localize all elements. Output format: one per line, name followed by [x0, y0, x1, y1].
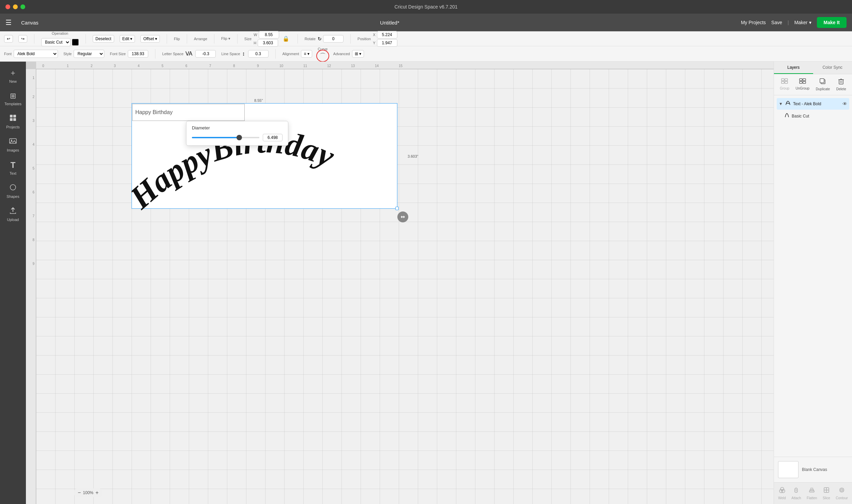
y-input[interactable]	[377, 39, 397, 47]
alignment-label: Alignment	[283, 52, 299, 56]
svg-rect-11	[785, 81, 788, 83]
my-projects-button[interactable]: My Projects	[741, 20, 766, 25]
attach-button[interactable]: Attach	[789, 485, 803, 501]
svg-rect-15	[803, 81, 806, 83]
svg-point-24	[781, 489, 785, 493]
sidebar-item-new[interactable]: ＋ New	[1, 64, 25, 87]
sidebar-item-templates[interactable]: ⊞ Templates	[1, 88, 25, 109]
separator8	[350, 34, 351, 44]
undo-button[interactable]: ↩	[4, 35, 13, 43]
sidebar-item-shapes[interactable]: Shapes	[1, 180, 25, 202]
x-input[interactable]	[377, 31, 397, 38]
ungroup-icon	[799, 78, 806, 85]
ungroup-button[interactable]: UnGroup	[793, 77, 812, 92]
font-size-input[interactable]	[128, 50, 148, 58]
curve-group: Curve ⌒	[318, 47, 328, 61]
visibility-icon[interactable]: 👁	[842, 101, 847, 107]
alignment-button[interactable]: ≡ ▾	[301, 50, 312, 58]
ruler-num-7: 7	[209, 64, 211, 68]
ruler-vertical: 1 2 3 4 5 6 7 8 9	[26, 69, 36, 504]
svg-rect-28	[810, 489, 813, 491]
duplicate-label: Duplicate	[816, 87, 830, 91]
line-space-input[interactable]	[248, 50, 269, 58]
contour-button[interactable]: Contour	[834, 485, 850, 501]
letter-space-input[interactable]	[195, 50, 216, 58]
flatten-label: Flatten	[807, 496, 817, 500]
sidebar-projects-label: Projects	[6, 125, 20, 129]
zoom-out-button[interactable]: −	[78, 490, 81, 496]
text-input-area[interactable]: Happy Birthday	[132, 104, 245, 121]
align-label: Flip	[174, 37, 180, 41]
close-button[interactable]	[5, 4, 10, 9]
ruler-vnum-5: 5	[32, 167, 34, 170]
color-swatch[interactable]	[72, 39, 79, 46]
redo-button[interactable]: ↪	[18, 35, 27, 43]
line-space-label: Line Space	[221, 52, 240, 56]
sidebar-item-projects[interactable]: Projects	[1, 111, 25, 132]
deselect-button[interactable]: Deselect	[93, 35, 114, 43]
curve-slider[interactable]	[192, 137, 259, 138]
layer-item-basic-cut[interactable]: Basic Cut	[777, 111, 849, 121]
resize-cursor-icon[interactable]	[397, 211, 408, 222]
width-input[interactable]	[259, 31, 279, 38]
weld-button[interactable]: Weld	[776, 485, 788, 501]
svg-rect-1	[13, 115, 16, 117]
zoom-in-button[interactable]: +	[95, 490, 98, 496]
sidebar-item-upload[interactable]: Upload	[1, 203, 25, 225]
maximize-button[interactable]	[20, 4, 25, 9]
maker-button[interactable]: Maker ▾	[794, 20, 811, 25]
curve-button[interactable]: ⌒	[318, 51, 328, 61]
blank-canvas-label: Blank Canvas	[802, 467, 827, 472]
sidebar-item-images[interactable]: Images	[1, 134, 25, 156]
expand-icon: ▼	[779, 101, 783, 106]
color-sync-tab[interactable]: Color Sync	[813, 62, 852, 74]
slice-icon	[823, 487, 830, 495]
offset-button[interactable]: Offset ▾	[140, 35, 160, 43]
curve-value-input[interactable]: 6.498	[263, 134, 283, 141]
slice-button[interactable]: Slice	[821, 485, 832, 501]
ruler-horizontal: 0 1 2 3 4 5 6 7 8 9 10 11 12 13 14 15	[36, 62, 774, 69]
minimize-button[interactable]	[13, 4, 18, 9]
ruler-num-12: 12	[327, 64, 331, 68]
ruler-vnum-9: 9	[32, 262, 34, 266]
edit-button[interactable]: Edit ▾	[120, 35, 135, 43]
style-select[interactable]: Regular	[74, 50, 104, 58]
font-select[interactable]: Alek Bold	[14, 50, 58, 58]
height-input[interactable]	[258, 39, 278, 47]
text-icon: T	[11, 160, 16, 170]
hamburger-icon[interactable]: ☰	[5, 18, 12, 27]
images-icon	[9, 137, 17, 147]
lock-icon[interactable]: 🔒	[283, 35, 289, 42]
sidebar-shapes-label: Shapes	[6, 194, 19, 199]
ruler-num-1: 1	[67, 64, 69, 68]
operation-select[interactable]: Basic Cut	[41, 38, 71, 46]
delete-button[interactable]: Delete	[834, 77, 849, 92]
make-it-button[interactable]: Make It	[817, 17, 847, 28]
duplicate-button[interactable]: Duplicate	[813, 77, 833, 92]
width-label: W	[254, 33, 257, 37]
ruler-num-10: 10	[279, 64, 283, 68]
svg-point-5	[11, 140, 12, 141]
svg-point-25	[780, 487, 784, 491]
layers-list: ▼ Text - Alek Bold 👁	[774, 95, 852, 457]
attach-label: Attach	[791, 496, 801, 500]
font-label: Font	[4, 52, 12, 56]
group-button[interactable]: Group	[777, 77, 792, 92]
top-toolbar: ☰ Canvas Untitled* My Projects Save | Ma…	[0, 14, 852, 31]
operation-label: Operation	[52, 31, 68, 35]
advanced-group: Advanced ⊞ ▾	[333, 50, 364, 58]
ruler-num-0: 0	[42, 64, 44, 68]
group-icon	[781, 78, 788, 85]
flatten-button[interactable]: Flatten	[805, 485, 819, 501]
canvas-area[interactable]: 0 1 2 3 4 5 6 7 8 9 10 11 12 13 14 15 1 …	[26, 62, 774, 504]
save-button[interactable]: Save	[771, 20, 782, 25]
position-group: Position X Y	[357, 31, 397, 47]
sidebar-item-text[interactable]: T Text	[1, 157, 25, 179]
layers-tab[interactable]: Layers	[774, 62, 813, 74]
layer-group-text[interactable]: ▼ Text - Alek Bold 👁	[777, 98, 849, 110]
curve-slider-thumb[interactable]	[237, 135, 242, 140]
advanced-button[interactable]: ⊞ ▾	[352, 50, 364, 58]
sidebar-images-label: Images	[7, 148, 19, 152]
rotate-input[interactable]	[323, 35, 344, 43]
separator2	[86, 34, 86, 44]
